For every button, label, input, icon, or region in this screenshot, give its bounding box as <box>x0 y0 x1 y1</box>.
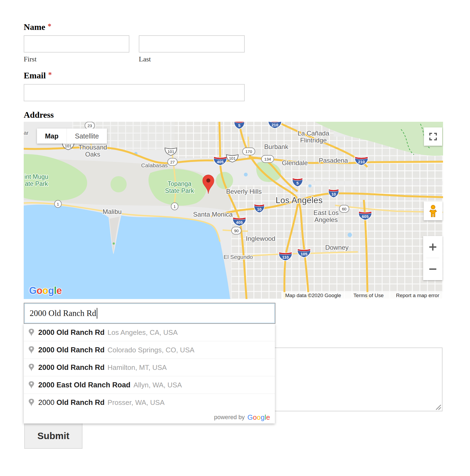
route-shield-60: 60 <box>339 205 349 213</box>
map-label: Calabasas <box>141 162 168 168</box>
svg-text:210: 210 <box>358 159 365 164</box>
google-maps-logo[interactable]: Google <box>29 285 62 296</box>
svg-text:60: 60 <box>342 207 347 211</box>
report-map-error-link[interactable]: Report a map error <box>396 293 439 298</box>
email-input[interactable] <box>24 84 245 101</box>
route-shield-27: 27 <box>168 158 177 166</box>
zoom-in-button[interactable] <box>423 236 443 258</box>
autocomplete-suggestion[interactable]: 2000 Old Ranch RdLos Angeles, CA, USA <box>24 324 275 341</box>
svg-text:5: 5 <box>296 181 299 185</box>
svg-text:134: 134 <box>264 157 271 161</box>
map-type-satellite-button[interactable]: Satellite <box>67 128 107 144</box>
svg-text:105: 105 <box>300 252 307 256</box>
map-type-control: Map Satellite <box>37 128 107 144</box>
address-input[interactable]: 2000 Old Ranch Rd <box>24 303 275 324</box>
svg-text:1: 1 <box>174 204 176 209</box>
map-type-map-button[interactable]: Map <box>37 128 67 144</box>
svg-text:605: 605 <box>362 214 368 219</box>
name-label: Name <box>24 22 45 32</box>
map-label: Burbank <box>264 143 288 150</box>
name-field: Name* First Last <box>24 22 245 63</box>
svg-text:1: 1 <box>57 202 59 206</box>
svg-text:90: 90 <box>234 228 239 233</box>
suggestion-prefix: 2000 <box>38 398 57 407</box>
route-shield-23: 23 <box>85 122 95 129</box>
map[interactable]: arThousandOaksCalabasasBurbankLa CañadaF… <box>24 122 443 299</box>
suggestion-secondary-text: Allyn, WA, USA <box>133 381 182 389</box>
map-label: La CañadaFlintridge <box>298 130 329 144</box>
map-label: East LosAngeles <box>313 209 338 223</box>
terms-of-use-link[interactable]: Terms of Use <box>354 293 384 298</box>
route-shield-90: 90 <box>231 227 241 234</box>
suggestion-main-text: 2000 Old Ranch Rd <box>38 363 105 372</box>
text-caret <box>97 308 97 319</box>
name-first-sublabel: First <box>24 55 129 63</box>
route-shield-1: 1 <box>171 203 178 210</box>
map-label: int Muguate Park <box>25 173 48 187</box>
svg-text:10: 10 <box>331 192 336 196</box>
map-label: Los Angeles <box>276 196 323 205</box>
pegman-icon <box>428 205 438 217</box>
svg-text:210: 210 <box>271 123 278 127</box>
required-asterisk: * <box>48 71 52 79</box>
suggestion-secondary-text: Prosser, WA, USA <box>108 398 164 407</box>
svg-text:170: 170 <box>245 149 252 154</box>
textarea-resize-grip[interactable] <box>435 404 441 410</box>
address-autocomplete-dropdown: 2000 Old Ranch RdLos Angeles, CA, USA200… <box>24 324 275 423</box>
minus-icon <box>429 265 437 273</box>
email-label-row: Email* <box>24 71 245 81</box>
name-first-input[interactable] <box>24 35 129 53</box>
autocomplete-suggestion[interactable]: 2000 Old Ranch RdHamilton, MT, USA <box>24 359 275 376</box>
name-label-row: Name* <box>24 22 245 32</box>
name-last-sublabel: Last <box>139 55 245 63</box>
fullscreen-icon <box>429 132 437 141</box>
zoom-control <box>423 236 443 280</box>
submit-button[interactable]: Submit <box>24 423 82 449</box>
map-label: Pasadena <box>319 157 348 164</box>
route-shield-170: 170 <box>243 148 255 155</box>
address-input-value: 2000 Old Ranch Rd <box>30 308 96 318</box>
powered-by-google: powered by Google <box>24 411 275 423</box>
map-label: Glendale <box>282 159 308 166</box>
svg-text:101: 101 <box>65 144 71 148</box>
map-label: ar <box>24 130 29 136</box>
place-pin-icon <box>29 363 34 371</box>
pegman-button[interactable] <box>424 201 443 220</box>
map-data-copyright: Map data ©2020 Google <box>285 293 341 298</box>
suggestion-main-text: 2000 East Old Ranch Road <box>38 381 130 389</box>
place-pin-icon <box>29 398 34 406</box>
svg-text:405: 405 <box>236 220 243 225</box>
map-label: Malibu <box>103 208 122 215</box>
powered-by-text: powered by <box>214 414 245 421</box>
place-pin-icon <box>29 346 34 354</box>
map-label: El Segundo <box>224 254 253 260</box>
autocomplete-suggestion[interactable]: 2000 Old Ranch RdColorado Springs, CO, U… <box>24 341 275 359</box>
plus-icon <box>429 243 437 251</box>
suggestion-main-text: 2000 Old Ranch Rd <box>38 346 105 354</box>
fullscreen-button[interactable] <box>424 127 442 146</box>
suggestion-secondary-text: Los Angeles, CA, USA <box>108 328 178 337</box>
map-label: Downey <box>325 244 349 251</box>
map-label: Inglewood <box>246 235 275 242</box>
map-label: Beverly Hills <box>226 188 262 195</box>
svg-text:23: 23 <box>88 123 92 128</box>
suggestion-main-text: 2000 Old Ranch Rd <box>38 328 105 337</box>
place-pin-icon <box>29 381 34 389</box>
suggestion-main-text: Old Ranch Rd <box>57 398 105 407</box>
suggestion-secondary-text: Hamilton, MT, USA <box>108 363 167 372</box>
map-label: Santa Monica <box>193 211 233 218</box>
suggestion-secondary-text: Colorado Springs, CO, USA <box>108 346 194 354</box>
svg-text:405: 405 <box>217 159 223 164</box>
place-pin-icon <box>29 328 34 336</box>
email-label: Email <box>24 71 46 80</box>
svg-text:101: 101 <box>167 149 174 154</box>
svg-text:101: 101 <box>229 156 236 161</box>
autocomplete-suggestion[interactable]: 2000 Old Ranch RdProsser, WA, USA <box>24 394 275 411</box>
required-asterisk: * <box>48 22 51 30</box>
email-field: Email* <box>24 71 245 101</box>
svg-text:5: 5 <box>238 123 240 128</box>
name-last-input[interactable] <box>139 35 245 53</box>
zoom-out-button[interactable] <box>423 258 443 280</box>
map-attribution: Map data ©2020 Google Terms of Use Repor… <box>281 292 443 299</box>
autocomplete-suggestion[interactable]: 2000 East Old Ranch RoadAllyn, WA, USA <box>24 376 275 394</box>
